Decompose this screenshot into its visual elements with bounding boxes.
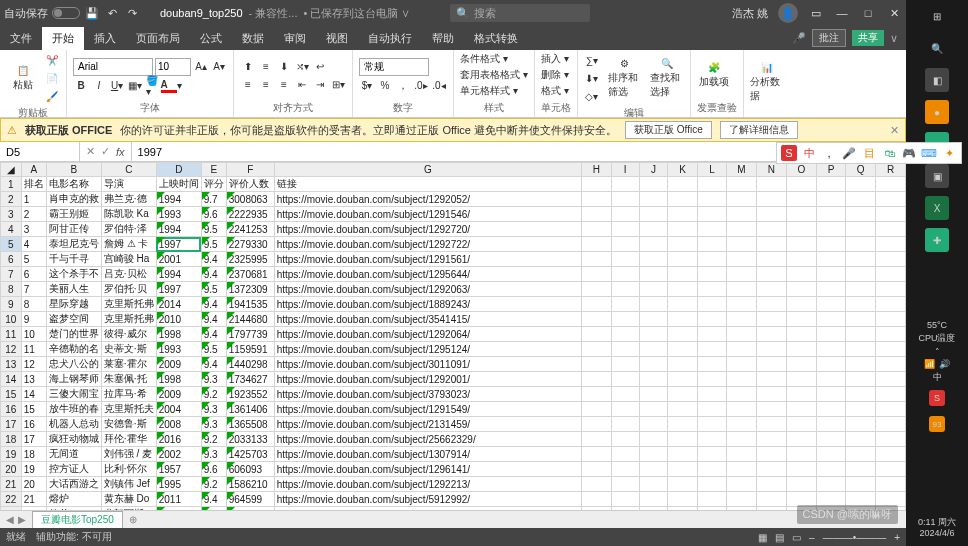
zoom-out-icon[interactable]: – <box>809 532 815 543</box>
cell[interactable] <box>786 432 816 447</box>
cell[interactable] <box>639 312 668 327</box>
share-button[interactable]: 共享 <box>852 30 884 46</box>
cell[interactable]: 刘伟强 / 麦 <box>101 447 156 462</box>
wrap-icon[interactable]: ↩ <box>312 59 328 75</box>
cell[interactable] <box>816 207 845 222</box>
underline-icon[interactable]: U▾ <box>109 78 125 94</box>
cell[interactable] <box>876 357 906 372</box>
cell[interactable] <box>668 402 697 417</box>
cell[interactable]: https://movie.douban.com/subject/2566232… <box>274 432 581 447</box>
cell[interactable] <box>876 297 906 312</box>
name-box[interactable]: D5 <box>0 142 80 161</box>
cell[interactable] <box>876 207 906 222</box>
cell[interactable] <box>846 222 876 237</box>
cell[interactable] <box>582 492 612 507</box>
tab-view[interactable]: 视图 <box>316 27 358 50</box>
italic-icon[interactable]: I <box>91 78 107 94</box>
cell[interactable] <box>757 432 787 447</box>
user-name[interactable]: 浩杰 姚 <box>732 6 768 21</box>
cell[interactable] <box>611 462 639 477</box>
indent-inc-icon[interactable]: ⇥ <box>312 77 328 93</box>
cell[interactable]: 22 <box>21 507 46 511</box>
cell[interactable] <box>697 357 726 372</box>
cell[interactable] <box>876 267 906 282</box>
app1-icon[interactable]: ◧ <box>925 68 949 92</box>
cell[interactable]: 克里斯托弗 <box>101 312 156 327</box>
cell[interactable] <box>726 432 756 447</box>
cell[interactable] <box>786 327 816 342</box>
cell[interactable] <box>816 372 845 387</box>
tab-home[interactable]: 开始 <box>42 27 84 50</box>
tab-data[interactable]: 数据 <box>232 27 274 50</box>
cell[interactable] <box>816 432 845 447</box>
mic-icon[interactable]: 🎤 <box>792 32 806 45</box>
fill-color-icon[interactable]: 🪣▾ <box>145 78 161 94</box>
cell[interactable] <box>786 402 816 417</box>
cell[interactable]: 2004 <box>156 402 201 417</box>
cell[interactable]: 泰坦尼克号 <box>46 237 101 252</box>
cell[interactable]: 机器人总动 <box>46 417 101 432</box>
sheet-next-icon[interactable]: ▶ <box>18 514 26 525</box>
cell[interactable] <box>816 267 845 282</box>
enter-formula-icon[interactable]: ✓ <box>101 145 110 158</box>
col-header-L[interactable]: L <box>697 163 726 177</box>
ime-voice-icon[interactable]: 🎤 <box>841 145 857 161</box>
cell[interactable]: 彼得·威尔 <box>101 327 156 342</box>
cell[interactable] <box>611 387 639 402</box>
cell[interactable] <box>876 402 906 417</box>
cell[interactable]: 1972 <box>156 507 201 511</box>
cell[interactable] <box>582 372 612 387</box>
cell[interactable]: https://movie.douban.com/subject/1292052… <box>274 192 581 207</box>
cell[interactable]: 朱塞佩·托 <box>101 372 156 387</box>
zoom-slider[interactable]: ———•——— <box>823 532 887 543</box>
cell[interactable] <box>726 357 756 372</box>
cell[interactable] <box>639 252 668 267</box>
cancel-formula-icon[interactable]: ✕ <box>86 145 95 158</box>
cell[interactable]: 9.4 <box>201 327 226 342</box>
cell[interactable] <box>582 297 612 312</box>
cell[interactable]: 21 <box>21 492 46 507</box>
cell[interactable] <box>639 342 668 357</box>
col-header-G[interactable]: G <box>274 163 581 177</box>
cell[interactable] <box>816 417 845 432</box>
cell[interactable] <box>697 372 726 387</box>
cell[interactable] <box>786 462 816 477</box>
cell[interactable] <box>639 357 668 372</box>
cell[interactable]: 罗伯托·贝 <box>101 282 156 297</box>
cell[interactable]: 评价人数 <box>226 177 274 192</box>
decrease-font-icon[interactable]: A▾ <box>211 59 227 75</box>
cell[interactable]: 1993 <box>156 342 201 357</box>
cell[interactable]: 无间道 <box>46 447 101 462</box>
cell[interactable] <box>757 357 787 372</box>
cell[interactable]: 15 <box>21 402 46 417</box>
orientation-icon[interactable]: ⤭▾ <box>294 59 310 75</box>
cell[interactable] <box>876 237 906 252</box>
cell[interactable]: 9.2 <box>201 387 226 402</box>
cell[interactable]: 上映时间 <box>156 177 201 192</box>
cell[interactable]: 9.4 <box>201 492 226 507</box>
cell[interactable] <box>757 267 787 282</box>
cell[interactable]: 1008614 <box>226 507 274 511</box>
sheet-prev-icon[interactable]: ◀ <box>6 514 14 525</box>
cell[interactable] <box>786 252 816 267</box>
cell[interactable] <box>668 342 697 357</box>
cell[interactable] <box>757 282 787 297</box>
ime-punct-icon[interactable]: , <box>821 145 837 161</box>
cell[interactable] <box>786 192 816 207</box>
cell[interactable]: 13 <box>21 372 46 387</box>
cell[interactable]: 三傻大闹宝 <box>46 387 101 402</box>
cell[interactable] <box>697 252 726 267</box>
cell[interactable] <box>582 462 612 477</box>
cell[interactable]: 18 <box>21 447 46 462</box>
cell[interactable] <box>846 252 876 267</box>
cell[interactable]: 2 <box>21 207 46 222</box>
row-header-20[interactable]: 20 <box>1 462 22 477</box>
undo-icon[interactable]: ↶ <box>104 5 120 21</box>
cell[interactable] <box>816 327 845 342</box>
cell[interactable]: 1159591 <box>226 342 274 357</box>
cell[interactable] <box>846 282 876 297</box>
cell[interactable] <box>582 192 612 207</box>
fill-icon[interactable]: ⬇▾ <box>584 70 600 86</box>
redo-icon[interactable]: ↷ <box>124 5 140 21</box>
cell[interactable] <box>876 477 906 492</box>
